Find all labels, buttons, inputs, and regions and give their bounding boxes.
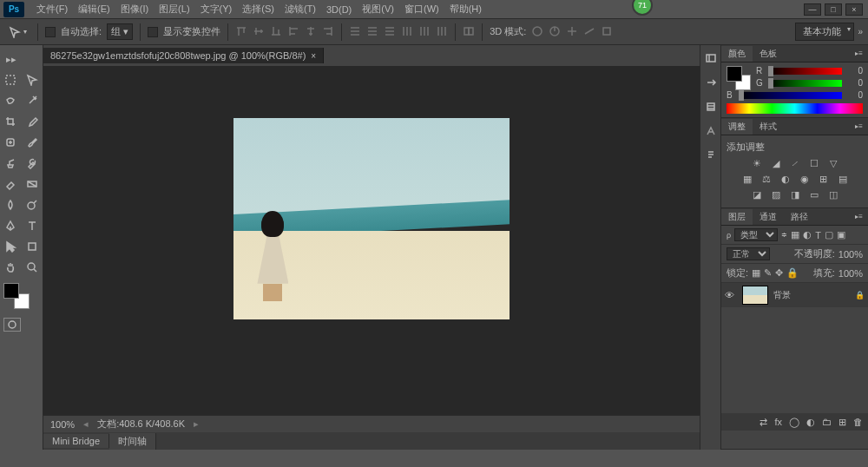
hue-ramp[interactable] xyxy=(727,103,863,114)
move-tool[interactable] xyxy=(22,69,43,90)
layer-row[interactable]: 👁 背景 🔒 xyxy=(721,283,868,307)
gradient-tool[interactable] xyxy=(22,174,43,194)
canvas[interactable] xyxy=(43,66,700,415)
menu-window[interactable]: 窗口(W) xyxy=(399,1,444,17)
layers-panel-menu[interactable]: ▸≡ xyxy=(850,211,868,222)
link-layers-icon[interactable]: ⇄ xyxy=(760,417,767,428)
new-layer-icon[interactable]: ⊞ xyxy=(838,417,846,428)
menu-3d[interactable]: 3D(D) xyxy=(321,3,357,16)
path-selection-tool[interactable] xyxy=(0,236,22,257)
tab-color[interactable]: 颜色 xyxy=(721,46,753,62)
filter-adjust-icon[interactable]: ◐ xyxy=(803,229,812,240)
marquee-tool[interactable] xyxy=(0,69,22,90)
posterize-icon[interactable]: ▨ xyxy=(770,188,782,201)
menu-filter[interactable]: 滤镜(T) xyxy=(279,1,321,17)
maximize-button[interactable]: □ xyxy=(825,3,842,16)
tab-styles[interactable]: 样式 xyxy=(753,119,784,135)
toolbox-collapse-handle[interactable]: ▸▸ xyxy=(0,49,22,69)
minimize-button[interactable]: — xyxy=(804,3,821,16)
b-slider[interactable] xyxy=(739,92,842,99)
vibrance-icon[interactable]: ▽ xyxy=(827,157,839,169)
exposure-icon[interactable]: ☐ xyxy=(808,157,820,169)
brightness-contrast-icon[interactable]: ☀ xyxy=(751,157,763,169)
eyedropper-tool[interactable] xyxy=(22,111,43,132)
tab-swatches[interactable]: 色板 xyxy=(753,46,784,62)
foreground-color-swatch[interactable] xyxy=(3,283,19,299)
menu-help[interactable]: 帮助(H) xyxy=(444,1,487,17)
color-panel-menu[interactable]: ▸≡ xyxy=(850,48,868,59)
filter-smart-icon[interactable]: ▣ xyxy=(837,229,845,240)
blend-mode-dropdown[interactable]: 正常 xyxy=(727,247,770,260)
filter-shape-icon[interactable]: ▢ xyxy=(825,229,833,240)
filter-pixel-icon[interactable]: ▦ xyxy=(791,229,799,240)
levels-icon[interactable]: ◢ xyxy=(770,157,782,169)
color-swatch[interactable] xyxy=(3,283,30,309)
paragraph-panel-icon[interactable] xyxy=(703,148,719,163)
auto-select-target-dropdown[interactable]: 组 ▾ xyxy=(107,23,133,40)
layer-group-icon[interactable]: 🗀 xyxy=(822,417,832,427)
adjustment-layer-icon[interactable]: ◐ xyxy=(806,417,815,428)
tab-channels[interactable]: 通道 xyxy=(753,209,784,225)
menu-file[interactable]: 文件(F) xyxy=(31,1,73,17)
color-panel-swatch[interactable] xyxy=(727,66,751,90)
lock-pixels-icon[interactable]: ✎ xyxy=(764,267,772,279)
color-balance-icon[interactable]: ⚖ xyxy=(760,173,773,185)
channel-mixer-icon[interactable]: ⊞ xyxy=(818,173,830,185)
tab-paths[interactable]: 路径 xyxy=(784,209,815,225)
show-transform-checkbox[interactable] xyxy=(148,27,158,37)
photo-filter-icon[interactable]: ◉ xyxy=(799,173,811,185)
eraser-tool[interactable] xyxy=(0,174,22,194)
layer-name[interactable]: 背景 xyxy=(773,289,850,301)
threshold-icon[interactable]: ◨ xyxy=(789,188,801,201)
actions-panel-icon[interactable] xyxy=(703,75,719,90)
close-tab-icon[interactable]: × xyxy=(311,51,316,61)
lock-transparency-icon[interactable]: ▦ xyxy=(752,267,760,279)
layer-mask-icon[interactable]: ◯ xyxy=(789,417,799,428)
character-panel-icon[interactable] xyxy=(703,123,719,139)
properties-panel-icon[interactable] xyxy=(703,99,719,115)
tab-layers[interactable]: 图层 xyxy=(721,209,753,225)
adjustments-panel-menu[interactable]: ▸≡ xyxy=(850,121,868,132)
r-value[interactable]: 0 xyxy=(845,66,863,76)
layer-effects-icon[interactable]: fx xyxy=(774,417,782,427)
color-lookup-icon[interactable]: ▤ xyxy=(837,173,849,185)
zoom-level[interactable]: 100% xyxy=(50,419,75,430)
menu-edit[interactable]: 编辑(E) xyxy=(73,1,115,17)
shape-tool[interactable] xyxy=(22,236,43,257)
auto-select-checkbox[interactable] xyxy=(45,27,56,37)
delete-layer-icon[interactable]: 🗑 xyxy=(853,417,863,427)
dodge-tool[interactable] xyxy=(22,194,43,215)
layer-filter-type[interactable]: 类型 xyxy=(734,228,778,241)
curves-icon[interactable]: ⟋ xyxy=(789,157,801,169)
invert-icon[interactable]: ◪ xyxy=(751,188,763,201)
zoom-tool[interactable] xyxy=(22,257,43,278)
history-brush-tool[interactable] xyxy=(22,153,43,174)
lock-position-icon[interactable]: ✥ xyxy=(775,267,783,279)
hue-saturation-icon[interactable]: ▦ xyxy=(741,173,753,185)
quick-mask-toggle[interactable] xyxy=(3,318,21,332)
menu-select[interactable]: 选择(S) xyxy=(237,1,279,17)
opacity-value[interactable]: 100% xyxy=(838,249,863,260)
type-tool[interactable] xyxy=(22,215,43,236)
lock-all-icon[interactable]: 🔒 xyxy=(786,267,799,279)
g-value[interactable]: 0 xyxy=(845,78,863,88)
blur-tool[interactable] xyxy=(0,194,22,215)
menu-view[interactable]: 视图(V) xyxy=(357,1,399,17)
layer-thumbnail[interactable] xyxy=(742,286,768,305)
menu-image[interactable]: 图像(I) xyxy=(115,1,154,17)
tab-adjustments[interactable]: 调整 xyxy=(721,119,753,135)
history-panel-icon[interactable] xyxy=(703,50,719,66)
clone-stamp-tool[interactable] xyxy=(0,153,22,174)
tab-mini-bridge[interactable]: Mini Bridge xyxy=(43,434,109,448)
collapse-panels-icon[interactable]: » xyxy=(858,27,863,36)
crop-tool[interactable] xyxy=(0,111,22,132)
magic-wand-tool[interactable] xyxy=(22,90,43,111)
menu-type[interactable]: 文字(Y) xyxy=(195,1,238,17)
document-tab[interactable]: 86275e32gw1emztdsfofuj20c808twep.jpg @ 1… xyxy=(43,48,324,63)
healing-brush-tool[interactable] xyxy=(0,132,22,153)
visibility-toggle-icon[interactable]: 👁 xyxy=(725,290,737,300)
r-slider[interactable] xyxy=(768,68,842,75)
b-value[interactable]: 0 xyxy=(845,90,863,100)
workspace-switcher[interactable]: 基本功能 xyxy=(795,23,854,41)
gradient-map-icon[interactable]: ▭ xyxy=(808,188,820,201)
